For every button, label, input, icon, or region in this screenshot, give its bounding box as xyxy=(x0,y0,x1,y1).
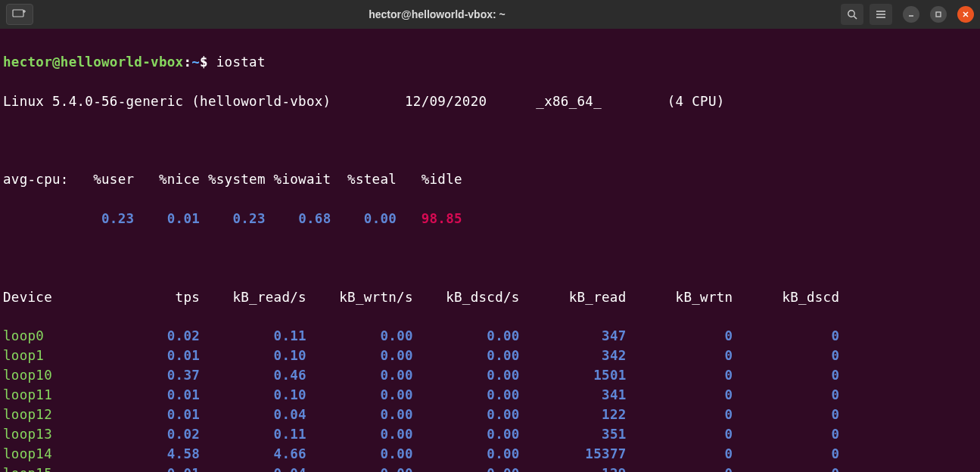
svg-point-3 xyxy=(848,11,854,17)
kb-dscd: 0 xyxy=(733,466,839,472)
table-row: loop0 0.02 0.11 0.00 0.00 347 0 0 xyxy=(3,327,977,346)
device-rows: loop0 0.02 0.11 0.00 0.00 347 0 0loop1 0… xyxy=(3,327,977,472)
hamburger-menu-button[interactable] xyxy=(870,4,892,25)
close-icon xyxy=(962,11,969,18)
device-name: loop12 xyxy=(3,407,134,422)
kb-read-s: 4.66 xyxy=(200,446,306,461)
prompt-colon: : xyxy=(183,54,191,70)
kb-wrtn-s: 0.00 xyxy=(306,368,413,383)
kb-read: 347 xyxy=(520,328,627,343)
maximize-icon xyxy=(935,11,942,18)
titlebar-right-group xyxy=(841,4,974,25)
tps: 4.58 xyxy=(134,446,200,461)
device-name: loop10 xyxy=(3,368,134,383)
kb-wrtn: 0 xyxy=(627,368,733,383)
cpu-user: 0.23 xyxy=(85,211,134,226)
prompt-path: ~ xyxy=(191,54,200,70)
sysinfo-line: Linux 5.4.0-56-generic (helloworld-vbox)… xyxy=(3,92,977,112)
kb-read-s: 0.11 xyxy=(200,328,306,343)
kb-read-s: 0.10 xyxy=(200,387,306,402)
kb-dscd: 0 xyxy=(733,348,839,363)
titlebar-left-group xyxy=(6,4,33,25)
svg-line-4 xyxy=(854,16,857,19)
table-row: loop12 0.01 0.04 0.00 0.00 122 0 0 xyxy=(3,405,977,425)
kb-read: 15377 xyxy=(520,446,627,461)
device-name: loop0 xyxy=(3,328,134,343)
kb-read: 341 xyxy=(520,387,627,402)
table-row: loop11 0.01 0.10 0.00 0.00 341 0 0 xyxy=(3,386,977,405)
kb-wrtn: 0 xyxy=(627,407,733,422)
tps: 0.01 xyxy=(134,387,200,402)
kb-dscd-s: 0.00 xyxy=(413,446,520,461)
table-row: loop14 4.58 4.66 0.00 0.00 15377 0 0 xyxy=(3,445,977,464)
search-button[interactable] xyxy=(841,4,863,25)
window-title: hector@helloworld-vbox: ~ xyxy=(369,8,506,20)
hamburger-icon xyxy=(876,10,886,19)
kb-wrtn-s: 0.00 xyxy=(306,328,413,343)
maximize-button[interactable] xyxy=(930,6,947,23)
table-row: loop10 0.37 0.46 0.00 0.00 1501 0 0 xyxy=(3,366,977,386)
kb-read-s: 0.11 xyxy=(200,427,306,442)
kb-read: 351 xyxy=(520,427,627,442)
kb-dscd: 0 xyxy=(733,328,839,343)
cpu-iowait: 0.68 xyxy=(274,211,331,226)
kb-wrtn: 0 xyxy=(627,466,733,472)
kb-wrtn-s: 0.00 xyxy=(306,387,413,402)
cpu-nice: 0.01 xyxy=(159,211,200,226)
tps: 0.02 xyxy=(134,427,200,442)
cpu-idle: 98.85 xyxy=(422,211,462,226)
cpu-system: 0.23 xyxy=(208,211,266,226)
kb-wrtn-s: 0.00 xyxy=(306,446,413,461)
prompt-line: hector@helloworld-vbox:~$ iostat xyxy=(3,53,977,73)
device-name: loop14 xyxy=(3,446,134,461)
tps: 0.01 xyxy=(134,348,200,363)
prompt-user-host: hector@helloworld-vbox xyxy=(3,54,183,70)
new-tab-button[interactable] xyxy=(6,4,33,25)
kb-wrtn: 0 xyxy=(627,427,733,442)
device-name: loop13 xyxy=(3,427,134,442)
kb-wrtn: 0 xyxy=(627,328,733,343)
kb-dscd-s: 0.00 xyxy=(413,348,520,363)
kb-dscd: 0 xyxy=(733,446,839,461)
table-row: loop1 0.01 0.10 0.00 0.00 342 0 0 xyxy=(3,346,977,366)
svg-rect-9 xyxy=(936,12,941,17)
kb-read: 122 xyxy=(520,407,627,422)
kb-dscd-s: 0.00 xyxy=(413,387,520,402)
kb-read-s: 0.10 xyxy=(200,348,306,363)
kb-wrtn-s: 0.00 xyxy=(306,348,413,363)
svg-rect-0 xyxy=(13,10,23,17)
kb-dscd-s: 0.00 xyxy=(413,466,520,472)
kb-dscd: 0 xyxy=(733,368,839,383)
kb-wrtn-s: 0.00 xyxy=(306,407,413,422)
blank-line-1 xyxy=(3,131,977,151)
kb-dscd-s: 0.00 xyxy=(413,407,520,422)
device-name: loop15 xyxy=(3,466,134,472)
new-tab-icon xyxy=(12,9,27,20)
device-name: loop1 xyxy=(3,348,134,363)
minimize-button[interactable] xyxy=(903,6,919,23)
command: iostat xyxy=(216,54,266,70)
cpu-steal: 0.00 xyxy=(347,211,397,226)
table-row: loop13 0.02 0.11 0.00 0.00 351 0 0 xyxy=(3,425,977,445)
kb-wrtn-s: 0.00 xyxy=(306,427,413,442)
device-name: loop11 xyxy=(3,387,134,402)
minimize-icon xyxy=(907,11,915,18)
close-button[interactable] xyxy=(957,6,974,23)
prompt-dollar: $ xyxy=(200,54,208,70)
tps: 0.02 xyxy=(134,328,200,343)
kb-dscd: 0 xyxy=(733,407,839,422)
kb-read-s: 0.04 xyxy=(200,407,306,422)
kb-wrtn: 0 xyxy=(627,387,733,402)
terminal-body[interactable]: hector@helloworld-vbox:~$ iostat Linux 5… xyxy=(0,29,980,472)
cpu-header-line: avg-cpu: %user %nice %system %iowait %st… xyxy=(3,170,977,190)
kb-read: 129 xyxy=(520,466,627,472)
kb-read-s: 0.46 xyxy=(200,368,306,383)
kb-read-s: 0.04 xyxy=(200,466,306,472)
table-row: loop15 0.01 0.04 0.00 0.00 129 0 0 xyxy=(3,464,977,472)
tps: 0.37 xyxy=(134,368,200,383)
tps: 0.01 xyxy=(134,466,200,472)
kb-wrtn: 0 xyxy=(627,348,733,363)
window-titlebar: hector@helloworld-vbox: ~ xyxy=(0,0,980,29)
command-text xyxy=(208,54,216,70)
cpu-values-line: 0.23 0.01 0.23 0.68 0.00 98.85 xyxy=(3,210,977,229)
